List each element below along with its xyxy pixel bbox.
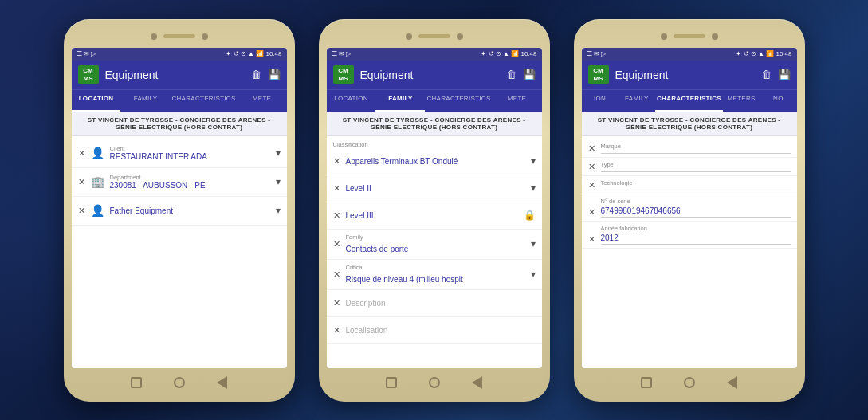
- save-icon-1[interactable]: 💾: [268, 69, 281, 80]
- trash-icon-2[interactable]: 🗑: [506, 69, 516, 80]
- family-label: Family: [346, 234, 526, 241]
- tab-ion-3[interactable]: ION: [582, 90, 619, 112]
- annee-label: Année fabrication: [601, 225, 791, 232]
- close-family[interactable]: ✕: [333, 239, 341, 249]
- close-father[interactable]: ✕: [78, 206, 86, 216]
- type-content: Type: [601, 161, 791, 172]
- localisation-placeholder[interactable]: Localisation: [346, 326, 536, 335]
- technologie-value[interactable]: [601, 188, 791, 190]
- nav-back-2[interactable]: [472, 376, 482, 389]
- close-serie[interactable]: ✕: [588, 207, 596, 218]
- content-3: ✕ Marque ✕ Type ✕ Technologie: [582, 136, 797, 368]
- serie-content: N° de serie 674998019467846656: [601, 198, 791, 218]
- trash-icon-3[interactable]: 🗑: [761, 69, 772, 80]
- close-classif-2[interactable]: ✕: [333, 183, 341, 194]
- status-right-3: ✦ ↺ ⊙ ▲ 📶 10:48: [736, 50, 791, 57]
- close-marque[interactable]: ✕: [588, 143, 596, 154]
- tab-meters-3[interactable]: METERS: [723, 90, 760, 112]
- nav-square-1[interactable]: [131, 377, 142, 388]
- speaker: [163, 34, 195, 38]
- critical-chevron[interactable]: ▾: [531, 269, 536, 280]
- close-localisation[interactable]: ✕: [333, 325, 341, 336]
- nav-back-1[interactable]: [217, 376, 227, 389]
- close-client[interactable]: ✕: [78, 148, 86, 159]
- trash-icon-1[interactable]: 🗑: [251, 69, 261, 80]
- marque-content: Marque: [601, 143, 791, 154]
- breadcrumb-2: ST VINCENT DE TYROSSE - CONCIERGE DES AR…: [327, 112, 542, 136]
- header-icons-1: 🗑 💾: [251, 69, 281, 80]
- nav-circle-3[interactable]: [684, 377, 695, 388]
- department-chevron[interactable]: ▾: [276, 176, 281, 187]
- client-chevron[interactable]: ▾: [276, 147, 281, 159]
- father-chevron[interactable]: ▾: [276, 205, 281, 216]
- description-placeholder[interactable]: Description: [346, 299, 536, 308]
- classif-row-2: ✕ Level II ▾: [327, 175, 542, 202]
- close-critical[interactable]: ✕: [333, 269, 341, 280]
- phone-top-bar: [72, 29, 287, 45]
- screen-3: ☰ ✉ ▷ ✦ ↺ ⊙ ▲ 📶 10:48 CM MS Equipment 🗑 …: [582, 48, 797, 368]
- tab-bar-3: ION FAMILY CHARACTERISTICS METERS NO: [582, 89, 797, 112]
- serie-value[interactable]: 674998019467846656: [601, 206, 791, 218]
- app-header-3: CM MS Equipment 🗑 💾: [582, 61, 797, 89]
- content-1: ✕ 👤 Client RESTAURANT INTER ADA ▾ ✕ 🏢 De…: [72, 136, 287, 368]
- tab-characteristics-3[interactable]: CHARACTERISTICS: [655, 90, 723, 112]
- classif-chevron-2[interactable]: ▾: [531, 183, 536, 194]
- header-icons-3: 🗑 💾: [761, 69, 791, 80]
- classif-chevron-1[interactable]: ▾: [531, 155, 536, 167]
- nav-circle-1[interactable]: [174, 377, 185, 388]
- nav-back-3[interactable]: [727, 376, 737, 389]
- save-icon-3[interactable]: 💾: [778, 69, 791, 80]
- tab-location-1[interactable]: LOCATION: [72, 90, 121, 112]
- department-icon: 🏢: [91, 175, 105, 188]
- critical-row: ✕ Critical Risque de niveau 4 (milieu ho…: [327, 260, 542, 290]
- close-classif-3[interactable]: ✕: [333, 210, 341, 221]
- nav-circle-2[interactable]: [429, 377, 440, 388]
- phone-top-bar-3: [582, 29, 797, 45]
- type-value[interactable]: [601, 170, 791, 172]
- status-bar-1: ☰ ✉ ▷ ✦ ↺ ⊙ ▲ 📶 10:48: [72, 48, 287, 61]
- department-value: 230081 - AUBUSSON - PE: [110, 181, 271, 190]
- status-right-2: ✦ ↺ ⊙ ▲ 📶 10:48: [481, 50, 536, 57]
- tab-no-3[interactable]: NO: [760, 90, 796, 112]
- father-icon: 👤: [91, 204, 105, 217]
- technologie-content: Technologie: [601, 179, 791, 190]
- phone-1: ☰ ✉ ▷ ✦ ↺ ⊙ ▲ 📶 10:48 CM MS Equipment 🗑 …: [64, 19, 295, 402]
- classif-row-1: ✕ Appareils Terminaux BT Ondulé ▾: [327, 148, 542, 175]
- close-description[interactable]: ✕: [333, 298, 341, 308]
- tab-meters-1[interactable]: METE: [238, 90, 287, 112]
- annee-row: ✕ Année fabrication 2012: [582, 222, 797, 249]
- father-row: ✕ 👤 Father Equipment ▾: [72, 197, 287, 226]
- client-label: Client: [110, 145, 271, 152]
- marque-value[interactable]: [601, 151, 791, 154]
- tab-family-3[interactable]: FAMILY: [619, 90, 655, 112]
- close-department[interactable]: ✕: [78, 177, 86, 187]
- app-header-1: CM MS Equipment 🗑 💾: [72, 61, 287, 89]
- nav-square-3[interactable]: [641, 377, 652, 388]
- tab-characteristics-2[interactable]: CHARACTERISTICS: [425, 90, 492, 112]
- family-value: Contacts de porte: [346, 245, 409, 253]
- tab-family-2[interactable]: FAMILY: [375, 90, 425, 112]
- marque-row: ✕ Marque: [582, 139, 797, 158]
- tab-characteristics-1[interactable]: CHARACTERISTICS: [170, 90, 237, 112]
- save-icon-2[interactable]: 💾: [523, 69, 536, 80]
- close-type[interactable]: ✕: [588, 162, 596, 172]
- camera-2b: [457, 33, 463, 40]
- nav-square-2[interactable]: [386, 377, 397, 388]
- close-classif-1[interactable]: ✕: [333, 156, 341, 167]
- client-row: ✕ 👤 Client RESTAURANT INTER ADA ▾: [72, 139, 287, 168]
- tab-location-2[interactable]: LOCATION: [327, 90, 376, 112]
- phone-nav-2: [327, 373, 542, 392]
- family-chevron[interactable]: ▾: [531, 238, 536, 249]
- phone-nav-1: [72, 373, 287, 392]
- header-icons-2: 🗑 💾: [506, 69, 536, 80]
- app-title-2: Equipment: [360, 69, 500, 81]
- status-left-icons: ☰ ✉ ▷: [77, 50, 96, 57]
- critical-label: Critical: [346, 264, 526, 271]
- close-technologie[interactable]: ✕: [588, 180, 596, 190]
- tab-family-1[interactable]: FAMILY: [120, 90, 170, 112]
- serie-label: N° de serie: [601, 198, 791, 205]
- annee-value[interactable]: 2012: [601, 234, 791, 245]
- close-annee[interactable]: ✕: [588, 234, 596, 245]
- screen-1: ☰ ✉ ▷ ✦ ↺ ⊙ ▲ 📶 10:48 CM MS Equipment 🗑 …: [72, 48, 287, 368]
- tab-meters-2[interactable]: METE: [493, 90, 542, 112]
